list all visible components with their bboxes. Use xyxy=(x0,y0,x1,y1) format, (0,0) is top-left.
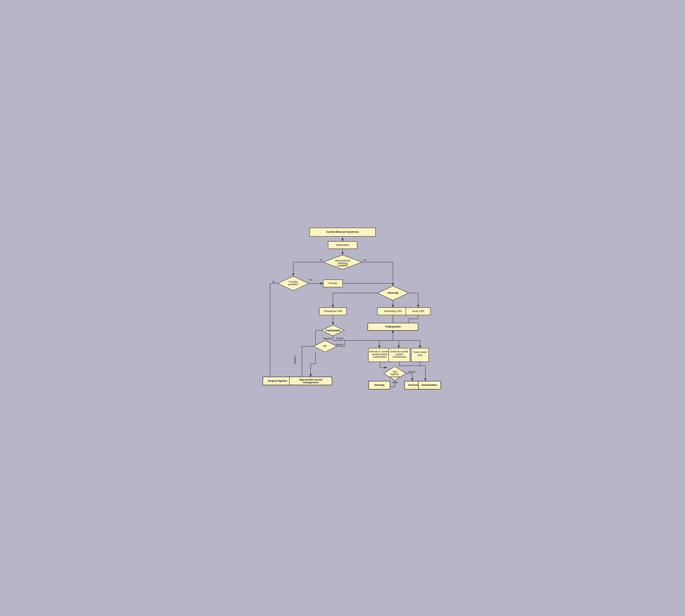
ct-pos-label: Positive xyxy=(336,344,343,346)
angio-left-text: Angiography xyxy=(325,329,341,332)
title-text: Carotid Blowout Syndrome xyxy=(326,230,359,233)
angio-right-text: Angiography xyxy=(385,325,401,328)
internal-text2: carotid system xyxy=(372,353,388,356)
impending-text: Impending CBS xyxy=(384,310,402,312)
passed-label: Passed xyxy=(408,371,415,373)
external-text1: External carotid xyxy=(390,350,408,353)
diagram-container: Carotid Blowout Syndrome Stabilization I… xyxy=(253,218,432,398)
acute-text: Acute CBS xyxy=(412,310,424,312)
internal-text1: Internal or common xyxy=(369,350,390,353)
tp-yes-label: Yes xyxy=(309,279,313,281)
stabilization-text: Stabilization xyxy=(336,244,349,246)
external-text2: system xyxy=(395,353,403,356)
threatened-text: Threatened CBS xyxy=(323,310,342,312)
ir-text3: available? xyxy=(337,264,348,267)
tumor-text1: Tumor blush xyxy=(413,351,427,354)
external-text3: involvement xyxy=(392,355,406,358)
balloon-text3: occlusion xyxy=(389,375,400,378)
surgical-text: Surgical ligation xyxy=(267,379,287,382)
wound-text2: management xyxy=(303,381,318,384)
angio-pos-label: Positive xyxy=(336,337,343,340)
clinically-text: Clinically xyxy=(387,291,399,294)
transfer-text2: possible? xyxy=(288,283,299,286)
ir-yes-label: Yes xyxy=(363,259,367,261)
transfer-box-text: Transfer xyxy=(328,282,338,285)
ct-neg-label1: Negative xyxy=(294,356,296,364)
tumor-text2: only xyxy=(418,354,423,356)
ct-text: CT xyxy=(323,345,327,348)
stenting-text: Stenting xyxy=(374,384,384,387)
internal-text3: involvement xyxy=(373,355,387,358)
tp-no-label: No xyxy=(272,281,275,283)
wound-text1: Appropriate wound xyxy=(299,378,322,381)
embolization-text: Embolization xyxy=(422,384,437,387)
angio-neg-label: Negative xyxy=(323,337,331,340)
ir-no-label: No xyxy=(320,259,323,261)
